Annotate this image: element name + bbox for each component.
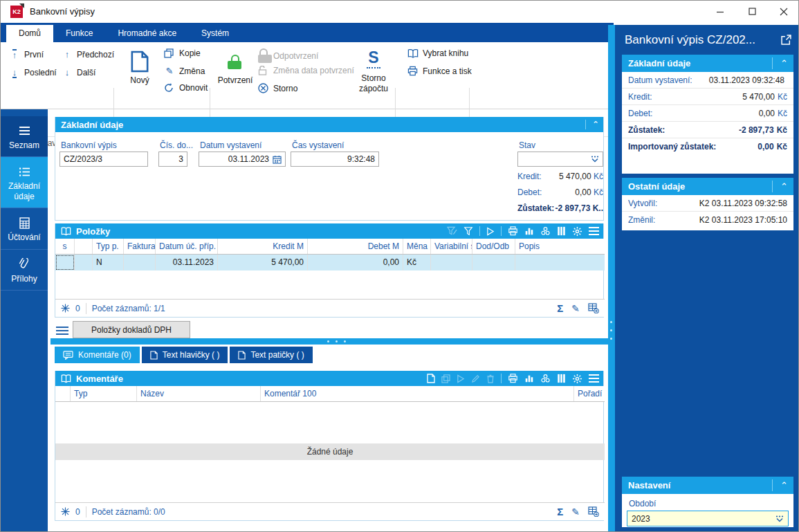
copy-icon[interactable] bbox=[441, 374, 450, 383]
collapse-icon[interactable]: ⌃ bbox=[592, 120, 599, 129]
col-typ[interactable]: Typ p. bbox=[93, 239, 124, 254]
unconfirm-button[interactable]: Odpotvrzení bbox=[258, 48, 318, 63]
print-icon[interactable] bbox=[508, 374, 518, 383]
obdobi-label: Období bbox=[622, 494, 793, 511]
filter-edit-icon[interactable] bbox=[447, 226, 457, 236]
col-debet[interactable]: Debet M bbox=[308, 239, 403, 254]
table-add-icon[interactable] bbox=[588, 303, 599, 313]
settings-gear-icon[interactable] bbox=[572, 226, 582, 237]
dph-items-button[interactable]: Položky dokladů DPH bbox=[73, 321, 190, 338]
col-blank[interactable] bbox=[55, 386, 71, 401]
info-row: Datum vystavení: 03.11.2023 09:32:48 bbox=[622, 72, 793, 89]
change-confirm-date-button[interactable]: Změna data potvrzení bbox=[258, 66, 354, 75]
edit-icon[interactable] bbox=[471, 374, 480, 383]
col-popis[interactable]: Popis bbox=[515, 239, 605, 254]
menu-icon[interactable] bbox=[589, 225, 599, 237]
ribbon-tab-system[interactable]: Systém bbox=[189, 25, 241, 42]
summary-zustatek: Zůstatek: -2 897,73 K.. bbox=[517, 203, 603, 213]
delete-icon[interactable] bbox=[486, 374, 495, 383]
col-mena[interactable]: Měna bbox=[403, 239, 431, 254]
collapse-icon[interactable]: ⌃ bbox=[780, 181, 788, 192]
confirm-button[interactable]: Potvrzení bbox=[215, 48, 255, 85]
col-dodavatel[interactable]: Dod/Odb bbox=[472, 239, 515, 254]
tab-text-paticky[interactable]: Text patičky ( ) bbox=[230, 347, 312, 363]
sum-icon[interactable]: Σ bbox=[557, 302, 563, 314]
horizontal-splitter[interactable] bbox=[50, 338, 608, 345]
sidebar-item-prilohy[interactable]: Přílohy bbox=[1, 250, 48, 291]
obdobi-dropdown[interactable]: 2023 bbox=[627, 511, 789, 526]
menu-icon[interactable] bbox=[589, 372, 599, 385]
nav-first-button[interactable]: ↑ První bbox=[9, 49, 44, 60]
filter-icon[interactable] bbox=[463, 226, 473, 236]
vertical-splitter[interactable] bbox=[608, 25, 615, 532]
ribbon-tab-funkce[interactable]: Funkce bbox=[53, 25, 105, 42]
refresh-button[interactable]: Obnovit bbox=[164, 83, 208, 93]
cube-wheel-icon[interactable] bbox=[540, 226, 551, 236]
sidebar-item-uctovani[interactable]: Účtování bbox=[1, 208, 48, 249]
run-icon[interactable] bbox=[486, 227, 495, 236]
arrow-up-bar-icon: ↑ bbox=[9, 49, 20, 60]
cislo-input[interactable]: 3 bbox=[158, 152, 187, 167]
datum-input[interactable]: 03.11.2023 bbox=[199, 152, 286, 167]
settings-gear-icon[interactable] bbox=[572, 374, 582, 384]
columns-icon[interactable] bbox=[557, 226, 566, 236]
open-in-window-icon[interactable] bbox=[781, 35, 791, 45]
cas-input[interactable]: 9:32:48 bbox=[291, 152, 379, 167]
ribbon-tab-hromadne-akce[interactable]: Hromadné akce bbox=[105, 25, 189, 42]
storno-button[interactable]: Storno bbox=[258, 83, 297, 93]
calculator-icon bbox=[1, 215, 48, 230]
tab-text-hlavicky[interactable]: Text hlavičky ( ) bbox=[142, 347, 228, 363]
nav-next-button[interactable]: ↓ Další bbox=[62, 67, 95, 77]
bottom-tab-bar: Komentáře (0) Text hlavičky ( ) Text pat… bbox=[55, 347, 313, 363]
col-kredit[interactable]: Kredit M bbox=[218, 239, 308, 254]
snowflake-icon[interactable] bbox=[61, 507, 70, 516]
new-icon[interactable] bbox=[427, 374, 435, 383]
stav-dropdown[interactable] bbox=[517, 152, 603, 167]
collapse-icon[interactable]: ⌃ bbox=[780, 480, 788, 490]
nav-last-button[interactable]: ↓ Poslední bbox=[9, 67, 57, 78]
columns-icon[interactable] bbox=[557, 374, 566, 383]
col-komentar[interactable]: Komentář 100 bbox=[261, 386, 574, 401]
snowflake-icon[interactable] bbox=[61, 304, 70, 313]
collapse-icon[interactable]: ⌃ bbox=[780, 58, 788, 68]
col-nazev[interactable]: Název bbox=[137, 386, 261, 401]
sidebar-item-seznam[interactable]: Seznam bbox=[1, 116, 48, 157]
table-add-icon[interactable] bbox=[588, 506, 599, 517]
sidebar-item-zakladni-udaje[interactable]: Základní údaje bbox=[1, 157, 48, 208]
calendar-icon[interactable] bbox=[273, 155, 282, 164]
storno-zapoctu-button[interactable]: S Storno zápočtu bbox=[352, 46, 395, 94]
col-blank[interactable] bbox=[75, 239, 93, 254]
print-icon[interactable] bbox=[508, 226, 518, 236]
quick-edit-icon[interactable]: ✎ bbox=[571, 303, 580, 314]
new-record-button[interactable]: Nový bbox=[120, 48, 160, 85]
dropdown-icon bbox=[775, 515, 784, 522]
sum-icon[interactable]: Σ bbox=[557, 506, 563, 517]
maximize-button[interactable] bbox=[736, 1, 768, 22]
table-row[interactable]: N 03.11.2023 5 470,00 0,00 Kč bbox=[55, 255, 605, 270]
edit-button[interactable]: ✎ Změna bbox=[164, 66, 205, 76]
chart-icon[interactable] bbox=[524, 226, 534, 236]
function-print-button[interactable]: Funkce a tisk bbox=[407, 66, 472, 76]
chart-icon[interactable] bbox=[524, 374, 534, 383]
copy-button[interactable]: Kopie bbox=[164, 48, 201, 58]
close-button[interactable] bbox=[768, 1, 799, 22]
col-variabilni[interactable]: Variabilní s bbox=[431, 239, 472, 254]
cube-wheel-icon[interactable] bbox=[540, 374, 551, 383]
select-book-button[interactable]: Vybrat knihu bbox=[407, 48, 468, 58]
card-header: Nastavení ⌃ bbox=[622, 477, 793, 494]
col-faktura[interactable]: Faktura bbox=[124, 239, 156, 254]
book-icon bbox=[407, 49, 419, 58]
col-datum[interactable]: Datum úč. příp. bbox=[156, 239, 218, 254]
col-typ[interactable]: Typ bbox=[71, 386, 137, 401]
minimize-button[interactable] bbox=[704, 1, 736, 22]
bankovni-vypis-input[interactable]: CZ/2023/3 bbox=[59, 152, 148, 167]
app-window: K2 Bankovní výpisy Domů Funkce Hromadné … bbox=[0, 0, 799, 532]
nav-previous-button[interactable]: ↑ Předchozí bbox=[62, 49, 114, 59]
col-s[interactable]: s bbox=[55, 239, 75, 254]
ribbon-tab-domu[interactable]: Domů bbox=[6, 25, 53, 42]
run-icon[interactable] bbox=[457, 374, 465, 383]
col-poradi[interactable]: Pořadí bbox=[574, 386, 605, 401]
quick-edit-icon[interactable]: ✎ bbox=[571, 506, 580, 517]
dph-menu-icon[interactable] bbox=[56, 324, 68, 339]
tab-komentare[interactable]: Komentáře (0) bbox=[55, 347, 140, 363]
